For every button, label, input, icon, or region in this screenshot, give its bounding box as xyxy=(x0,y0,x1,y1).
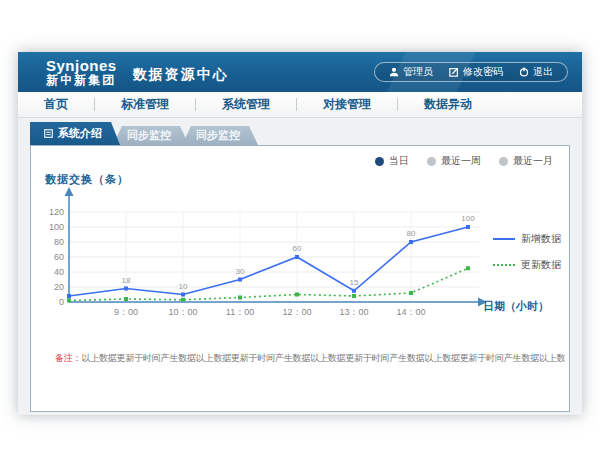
nav-item-home[interactable]: 首页 xyxy=(18,96,94,113)
tab-label: 同步监控 xyxy=(196,128,240,143)
logout-button[interactable]: 退出 xyxy=(519,65,553,79)
svg-text:30: 30 xyxy=(236,267,245,276)
svg-text:0: 0 xyxy=(59,297,64,307)
logo-text-cn: 新中新集团 xyxy=(46,74,117,87)
svg-text:60: 60 xyxy=(293,244,302,253)
tab-sync-monitor-1[interactable]: 同步监控 xyxy=(113,126,189,145)
nav-item-standards[interactable]: 标准管理 xyxy=(95,96,195,113)
footnote: 备注：以上数据更新于时间产生数据以上数据更新于时间产生数据以上数据更新于时间产生… xyxy=(55,352,565,365)
filter-today[interactable]: 当日 xyxy=(375,154,409,168)
footnote-text: 以上数据更新于时间产生数据以上数据更新于时间产生数据以上数据更新于时间产生数据以… xyxy=(81,353,565,363)
svg-text:80: 80 xyxy=(54,237,64,247)
svg-text:11：00: 11：00 xyxy=(226,307,254,317)
svg-text:15: 15 xyxy=(350,278,359,287)
svg-text:80: 80 xyxy=(407,229,416,238)
svg-text:13：00: 13：00 xyxy=(339,307,368,317)
content-area: 系统介绍 同步监控 同步监控 当日 最近一周 xyxy=(18,118,582,415)
chart-panel: 当日 最近一周 最近一月 数据交换（条） 0204060801001209：00… xyxy=(30,145,570,412)
svg-text:100: 100 xyxy=(461,214,475,223)
tab-label: 同步监控 xyxy=(127,128,171,143)
change-password-label: 修改密码 xyxy=(463,65,503,79)
tab-label: 系统介绍 xyxy=(58,126,102,141)
svg-text:12：00: 12：00 xyxy=(282,307,311,317)
legend-item-updated-data: 更新数据 xyxy=(493,258,561,272)
filter-label: 最近一周 xyxy=(441,154,481,168)
svg-text:9：00: 9：00 xyxy=(114,307,138,317)
logo-text-en: Synjones xyxy=(46,58,117,74)
legend-label: 新增数据 xyxy=(521,232,561,246)
svg-text:120: 120 xyxy=(49,207,64,217)
solid-line-icon xyxy=(493,238,515,240)
filter-last-month[interactable]: 最近一月 xyxy=(499,154,553,168)
svg-text:10: 10 xyxy=(179,282,188,291)
person-icon xyxy=(389,67,399,77)
tab-sync-monitor-2[interactable]: 同步监控 xyxy=(182,126,258,145)
document-icon xyxy=(44,129,53,138)
nav-item-data-change[interactable]: 数据异动 xyxy=(398,96,498,113)
svg-text:20: 20 xyxy=(54,282,64,292)
legend-item-new-data: 新增数据 xyxy=(493,232,561,246)
nav-item-integration[interactable]: 对接管理 xyxy=(297,96,397,113)
user-toolbar: 管理员 修改密码 退出 xyxy=(374,62,568,82)
app-title: 数据资源中心 xyxy=(133,60,229,84)
current-user-label: 管理员 xyxy=(403,65,433,79)
time-range-filter: 当日 最近一周 最近一月 xyxy=(375,154,553,168)
dotted-line-icon xyxy=(493,264,515,266)
power-icon xyxy=(519,67,529,77)
change-password-button[interactable]: 修改密码 xyxy=(449,65,503,79)
filter-label: 当日 xyxy=(389,154,409,168)
edit-icon xyxy=(449,67,459,77)
svg-text:100: 100 xyxy=(49,222,64,232)
filter-last-week[interactable]: 最近一周 xyxy=(427,154,481,168)
x-axis-title: 日期（小时） xyxy=(483,299,549,314)
app-header: Synjones 新中新集团 数据资源中心 管理员 修改密码 退出 xyxy=(18,52,582,92)
radio-dot-icon xyxy=(375,157,384,166)
legend-label: 更新数据 xyxy=(521,258,561,272)
company-logo: Synjones 新中新集团 xyxy=(46,58,117,86)
svg-text:18: 18 xyxy=(122,276,131,285)
svg-text:14：00: 14：00 xyxy=(396,307,425,317)
radio-dot-icon xyxy=(427,157,436,166)
chart-legend: 新增数据 更新数据 xyxy=(493,232,561,272)
radio-dot-icon xyxy=(499,157,508,166)
main-nav: 首页 标准管理 系统管理 对接管理 数据异动 xyxy=(18,92,582,118)
app-window: Synjones 新中新集团 数据资源中心 管理员 修改密码 退出 首页 标准管… xyxy=(18,52,582,415)
svg-text:40: 40 xyxy=(54,267,64,277)
svg-text:10：00: 10：00 xyxy=(168,307,197,317)
nav-item-system[interactable]: 系统管理 xyxy=(196,96,296,113)
line-chart: 0204060801001209：0010：0011：0012：0013：001… xyxy=(43,181,491,321)
footnote-label: 备注： xyxy=(55,353,81,363)
logout-label: 退出 xyxy=(533,65,553,79)
svg-text:60: 60 xyxy=(54,252,64,262)
tab-bar: 系统介绍 同步监控 同步监控 xyxy=(30,122,258,145)
current-user-button[interactable]: 管理员 xyxy=(389,65,433,79)
filter-label: 最近一月 xyxy=(513,154,553,168)
tab-system-intro[interactable]: 系统介绍 xyxy=(30,122,120,145)
